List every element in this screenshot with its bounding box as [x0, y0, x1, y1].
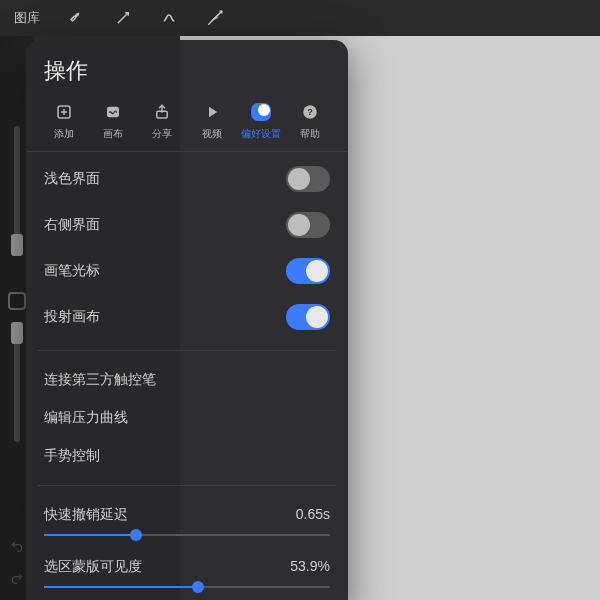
- row-label: 浅色界面: [44, 170, 100, 188]
- slider-fill: [44, 534, 136, 536]
- redo-icon[interactable]: [9, 570, 25, 590]
- tab-label: 分享: [152, 127, 172, 141]
- tab-label: 帮助: [300, 127, 320, 141]
- toggle-right-ui[interactable]: [286, 212, 330, 238]
- row-mask-visibility: 选区蒙版可见度 53.9%: [26, 548, 348, 600]
- svg-text:?: ?: [307, 107, 313, 117]
- arrow-icon[interactable]: [206, 9, 224, 27]
- tab-canvas[interactable]: 画布: [91, 102, 135, 141]
- undo-icon[interactable]: [9, 538, 25, 558]
- tab-share[interactable]: 分享: [140, 102, 184, 141]
- slider-fill: [44, 586, 198, 588]
- svg-rect-1: [107, 107, 119, 118]
- wrench-icon[interactable]: [68, 9, 86, 27]
- divider: [38, 350, 336, 351]
- divider: [38, 485, 336, 486]
- tab-label: 画布: [103, 127, 123, 141]
- slider-label: 选区蒙版可见度: [44, 558, 142, 576]
- row-undo-delay: 快速撤销延迟 0.65s: [26, 496, 348, 548]
- row-third-party-stylus[interactable]: 连接第三方触控笔: [26, 361, 348, 399]
- toggle-project-canvas[interactable]: [286, 304, 330, 330]
- mask-visibility-slider[interactable]: [44, 586, 330, 588]
- panel-title: 操作: [26, 40, 348, 92]
- panel-tabs: 添加 画布 分享 视频 偏好设置 ?: [26, 92, 348, 152]
- toggle-brush-cursor[interactable]: [286, 258, 330, 284]
- share-icon: [152, 102, 172, 122]
- row-right-ui: 右侧界面: [26, 202, 348, 248]
- gallery-button[interactable]: 图库: [14, 9, 40, 27]
- canvas-icon: [103, 102, 123, 122]
- prefs-toggle-icon: [251, 102, 271, 122]
- row-label: 编辑压力曲线: [44, 409, 128, 427]
- toggle-light-ui[interactable]: [286, 166, 330, 192]
- brush-size-slider[interactable]: [14, 126, 20, 256]
- undo-delay-slider[interactable]: [44, 534, 330, 536]
- row-label: 连接第三方触控笔: [44, 371, 156, 389]
- tab-add[interactable]: 添加: [42, 102, 86, 141]
- modifier-button[interactable]: [8, 292, 26, 310]
- slider-value: 0.65s: [296, 506, 330, 524]
- tab-prefs[interactable]: 偏好设置: [239, 102, 283, 141]
- row-label: 画笔光标: [44, 262, 100, 280]
- tab-help[interactable]: ? 帮助: [288, 102, 332, 141]
- slider-thumb[interactable]: [192, 581, 204, 593]
- slider-thumb[interactable]: [11, 234, 23, 256]
- slider-label: 快速撤销延迟: [44, 506, 128, 524]
- row-edit-pressure-curve[interactable]: 编辑压力曲线: [26, 399, 348, 437]
- slider-thumb[interactable]: [11, 322, 23, 344]
- row-project-canvas: 投射画布: [26, 294, 348, 340]
- row-brush-cursor: 画笔光标: [26, 248, 348, 294]
- magic-wand-icon[interactable]: [114, 9, 132, 27]
- slider-value: 53.9%: [290, 558, 330, 576]
- row-light-ui: 浅色界面: [26, 156, 348, 202]
- top-toolbar: 图库: [0, 0, 600, 36]
- opacity-slider[interactable]: [14, 322, 20, 442]
- row-gesture-controls[interactable]: 手势控制: [26, 437, 348, 475]
- tab-video[interactable]: 视频: [190, 102, 234, 141]
- help-icon: ?: [300, 102, 320, 122]
- actions-panel: 操作 添加 画布 分享 视频: [26, 40, 348, 600]
- tab-label: 偏好设置: [241, 127, 281, 141]
- play-icon: [202, 102, 222, 122]
- row-label: 右侧界面: [44, 216, 100, 234]
- tab-label: 视频: [202, 127, 222, 141]
- slider-thumb[interactable]: [130, 529, 142, 541]
- row-label: 投射画布: [44, 308, 100, 326]
- add-icon: [54, 102, 74, 122]
- row-label: 手势控制: [44, 447, 100, 465]
- s-curve-icon[interactable]: [160, 9, 178, 27]
- tab-label: 添加: [54, 127, 74, 141]
